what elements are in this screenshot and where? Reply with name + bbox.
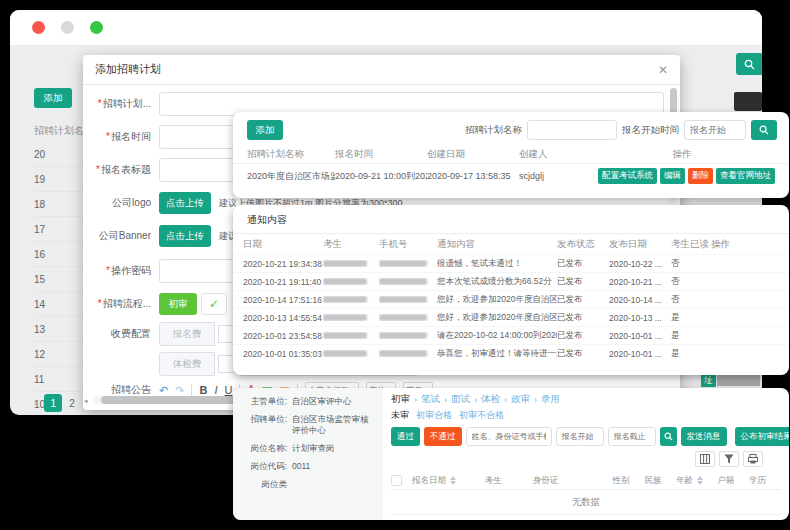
- field-label-text: 公司Banner: [99, 230, 151, 241]
- search-icon: [744, 59, 755, 70]
- undo-icon[interactable]: ↶: [159, 385, 168, 396]
- italic-icon[interactable]: I: [214, 385, 217, 396]
- review-panel: 主管单位: 自治区审评中心 招聘单位: 自治区市场监管审核评价中心 岗位名称: …: [233, 388, 789, 520]
- bg-search-button[interactable]: [736, 53, 762, 75]
- search-button[interactable]: [751, 120, 777, 140]
- read-cell: 是: [671, 312, 711, 324]
- search-button[interactable]: [660, 427, 677, 446]
- column-settings-icon[interactable]: [695, 451, 715, 467]
- notice-row[interactable]: 2020-10-01 01:35:03 恭喜您，初审通过！请等待进一步通知 已发…: [233, 344, 789, 362]
- publish-date-cell: 2020-10-22 ...: [609, 259, 671, 269]
- close-icon[interactable]: ✕: [658, 63, 668, 77]
- column-header: 手机号: [379, 238, 437, 251]
- row-number: 11: [34, 374, 44, 385]
- column-header: 学历: [749, 475, 781, 487]
- banner-upload-button[interactable]: 点击上传: [159, 225, 211, 247]
- logo-upload-button[interactable]: 点击上传: [159, 192, 211, 214]
- pagination: ‹ 1 2: [34, 394, 75, 412]
- column-header: 考生已读: [671, 238, 711, 251]
- stage-tab-luyong[interactable]: 录用: [541, 393, 560, 406]
- column-header: 报名日期: [412, 475, 446, 487]
- notice-row[interactable]: 2020-10-21 19:11:40 您本次笔试成绩分数为66.52分 已发布…: [233, 272, 789, 290]
- date-cell: 2020-10-01 01:35:03: [243, 349, 323, 359]
- info-label: 主管单位:: [239, 396, 287, 407]
- edit-button[interactable]: 编辑: [660, 168, 685, 184]
- sort-icon[interactable]: [697, 476, 703, 485]
- column-header: 报名时间: [335, 148, 427, 161]
- masked-candidate: [323, 296, 379, 303]
- row-number: 17: [34, 224, 45, 235]
- field-label-text: 招聘流程...: [103, 298, 151, 309]
- zoom-window-dot[interactable]: [90, 21, 103, 34]
- field-label: *招聘计划...: [83, 97, 151, 111]
- publish-review-result-button[interactable]: 公布初审结果: [735, 427, 790, 446]
- add-plan-button[interactable]: 添加: [247, 120, 283, 140]
- signup-time-cell: 2020-09-21 10:00到2020...: [335, 170, 427, 183]
- filter-unreviewed[interactable]: 未审: [391, 409, 409, 422]
- notice-row[interactable]: 2020-10-13 14:55:54 您好，欢迎参加2020年度自治区市场..…: [233, 308, 789, 326]
- publish-date-cell: 2020-10-14 ...: [609, 295, 671, 305]
- select-all-checkbox[interactable]: [391, 475, 402, 486]
- read-cell: 是: [671, 330, 711, 342]
- notice-panel: 通知内容 日期 考生 手机号 通知内容 发布状态 发布日期 考生已读 操作 20…: [233, 205, 789, 375]
- info-label: 岗位名称:: [239, 443, 287, 454]
- plan-name-filter-input[interactable]: [527, 120, 617, 140]
- minimize-window-dot[interactable]: [61, 21, 74, 34]
- signup-end-input[interactable]: [608, 427, 656, 446]
- content-cell: 您好，欢迎参加2020年度自治区市场...: [437, 294, 557, 306]
- flow-step-shenhe-button[interactable]: 初审: [159, 293, 197, 315]
- bg-site-link-button-fragment[interactable]: 址: [701, 374, 716, 387]
- stage-tab-tijian[interactable]: 体检: [481, 393, 500, 406]
- candidate-search-input[interactable]: [466, 427, 552, 446]
- delete-button[interactable]: 删除: [688, 168, 713, 184]
- start-time-filter-input[interactable]: [684, 120, 746, 140]
- column-header: 创建日期: [427, 148, 519, 161]
- config-exam-button[interactable]: 配置考试系统: [598, 168, 657, 184]
- search-icon: [759, 125, 769, 135]
- row-actions: 配置考试系统 编辑 删除 查看官网地址: [589, 168, 775, 184]
- bg-add-button[interactable]: 添加: [34, 88, 72, 108]
- notice-row[interactable]: 2020-10-21 19:34:38 很遗憾，笔试未通过！ 已发布 2020-…: [233, 254, 789, 272]
- pagination-page-2[interactable]: 2: [69, 398, 75, 409]
- signup-start-input[interactable]: [556, 427, 604, 446]
- filter-passed[interactable]: 初审合格: [416, 409, 452, 422]
- column-header: 招聘计划名称: [247, 148, 335, 161]
- field-label: *招聘流程...: [83, 297, 151, 311]
- pass-button[interactable]: 通过: [391, 427, 420, 446]
- print-icon[interactable]: [743, 451, 763, 467]
- filter-failed[interactable]: 初审不合格: [459, 409, 504, 422]
- column-header: 通知内容: [437, 238, 557, 251]
- field-label-text: 收费配置: [111, 328, 151, 339]
- masked-phone: [379, 332, 437, 339]
- row-number: 14: [34, 299, 45, 310]
- bold-icon[interactable]: B: [199, 385, 207, 396]
- send-message-button[interactable]: 发送消息: [681, 427, 727, 446]
- masked-candidate: [323, 332, 379, 339]
- redo-icon[interactable]: ↷: [175, 385, 184, 396]
- stage-tab-mianshi[interactable]: 面试: [451, 393, 470, 406]
- bg-scrollbar-fragment[interactable]: [717, 375, 760, 386]
- pagination-page-1[interactable]: 1: [44, 394, 62, 412]
- view-site-button[interactable]: 查看官网地址: [716, 168, 775, 184]
- stage-tab-bishi[interactable]: 笔试: [421, 393, 440, 406]
- content-cell: 您好，欢迎参加2020年度自治区市场...: [437, 312, 557, 324]
- info-row: 岗位名称: 计划审查岗: [239, 443, 375, 454]
- flow-check-icon[interactable]: ✓: [201, 293, 227, 315]
- pagination-prev-icon[interactable]: ‹: [34, 398, 37, 409]
- scroll-left-arrow-icon[interactable]: ◂: [84, 397, 88, 405]
- close-window-dot[interactable]: [32, 21, 45, 34]
- notice-row[interactable]: 2020-10-14 17:51:16 您好，欢迎参加2020年度自治区市场..…: [233, 290, 789, 308]
- underline-icon[interactable]: U: [224, 385, 232, 396]
- notice-row[interactable]: 2020-10-01 23:54:58 请在2020-10-02 14:00:0…: [233, 326, 789, 344]
- filter-funnel-icon[interactable]: [719, 451, 739, 467]
- stage-tab-chushen[interactable]: 初审: [391, 393, 410, 406]
- creator-cell: scjdglj: [519, 171, 589, 181]
- titlebar: [10, 10, 762, 46]
- sort-icon[interactable]: [450, 476, 456, 485]
- field-label: *操作密码: [83, 264, 151, 278]
- stage-tab-zhengshen[interactable]: 政审: [511, 393, 530, 406]
- fail-button[interactable]: 不通过: [424, 427, 462, 446]
- plan-name-cell: 2020年度自治区市场监...: [247, 170, 335, 183]
- field-label-text: 操作密码: [111, 265, 151, 276]
- plan-table-row[interactable]: 2020年度自治区市场监... 2020-09-21 10:00到2020...…: [233, 163, 789, 188]
